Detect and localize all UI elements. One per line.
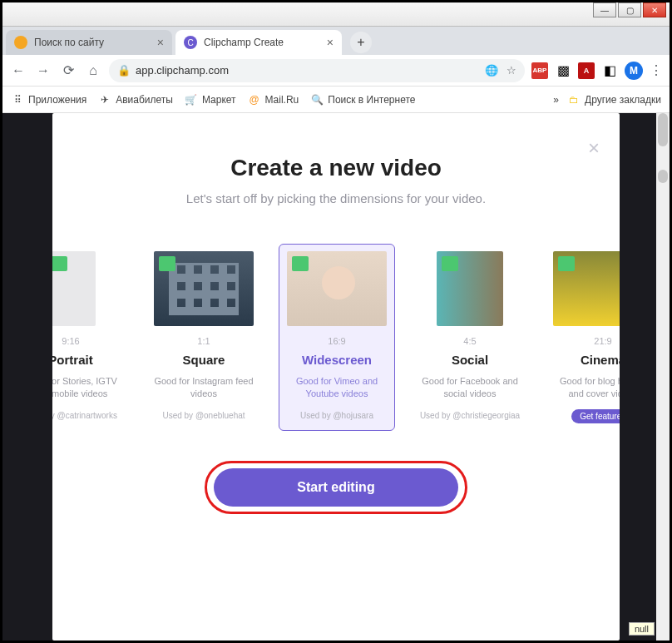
star-icon[interactable]: ☆ [506, 64, 516, 77]
card-description: Good for blog header and cover videos [552, 375, 620, 401]
bookmark-mail[interactable]: @Mail.Ru [248, 93, 299, 106]
dimension-carousel: 9:16 Portrait Good for Stories, IGTV and… [52, 244, 620, 431]
aspect-ratio: 4:5 [419, 336, 521, 346]
card-credit: Used by @hojusara [286, 411, 388, 420]
start-editing-button[interactable]: Start editing [214, 468, 457, 507]
close-window-button[interactable]: ✕ [643, 2, 666, 17]
card-thumbnail [287, 251, 387, 326]
bookmark-market[interactable]: 🛒Маркет [185, 93, 236, 106]
apps-icon: ⠿ [11, 93, 24, 106]
scrollbar-thumb[interactable] [658, 113, 668, 146]
lock-icon: 🔒 [117, 64, 131, 77]
modal-close-button[interactable]: × [588, 136, 600, 160]
cta-wrap: Start editing [52, 461, 620, 514]
maximize-button[interactable]: ▢ [618, 2, 641, 17]
bookmark-flights[interactable]: ✈Авиабилеты [98, 93, 173, 106]
card-thumbnail [154, 251, 254, 326]
minimize-button[interactable]: — [593, 2, 616, 17]
card-thumbnail [553, 251, 620, 326]
aspect-ratio: 1:1 [153, 336, 254, 346]
card-square[interactable]: 1:1 Square Good for Instagram feed video… [146, 244, 262, 431]
create-video-modal: × Create a new video Let's start off by … [52, 113, 620, 641]
aspect-ratio: 16:9 [286, 336, 388, 346]
template-badge-icon [52, 256, 67, 271]
tab-close-icon[interactable]: × [157, 36, 164, 49]
favicon-icon [14, 36, 27, 49]
card-credit: Used by @onebluehat [153, 411, 254, 420]
tab-clipchamp[interactable]: C Clipchamp Create × [175, 30, 342, 55]
card-description: Good for Instagram feed videos [153, 375, 254, 401]
address-bar[interactable]: 🔒 app.clipchamp.com 🌐 ☆ [109, 59, 525, 82]
tab-close-icon[interactable]: × [327, 36, 334, 49]
new-tab-button[interactable]: + [350, 32, 372, 53]
card-description: Good for Vimeo and Youtube videos [286, 375, 388, 401]
aspect-ratio: 9:16 [52, 336, 121, 346]
profile-avatar[interactable]: M [625, 62, 643, 80]
card-cinema[interactable]: 21:9 Cinema Good for blog header and cov… [545, 244, 620, 431]
bookmark-search[interactable]: 🔍Поиск в Интернете [310, 93, 415, 106]
page-content: × Create a new video Let's start off by … [2, 113, 670, 641]
plane-icon: ✈ [98, 93, 111, 106]
extension-icon[interactable]: ▩ [555, 62, 571, 79]
bookmark-apps[interactable]: ⠿Приложения [11, 93, 86, 106]
toolbar: ← → ⟳ ⌂ 🔒 app.clipchamp.com 🌐 ☆ ABP ▩ A … [2, 55, 670, 87]
get-featured-button[interactable]: Get featured [571, 409, 620, 423]
template-badge-icon [442, 256, 458, 271]
tab-strip: Поиск по сайту × C Clipchamp Create × + [2, 27, 670, 55]
pdf-extension-icon[interactable]: A [578, 62, 595, 79]
template-badge-icon [159, 256, 175, 271]
modal-title: Create a new video [52, 155, 620, 181]
cart-icon: 🛒 [185, 93, 198, 106]
at-icon: @ [248, 93, 261, 106]
card-description: Good for Stories, IGTV and mobile videos [52, 375, 121, 401]
forward-button[interactable]: → [34, 62, 52, 80]
card-title: Social [419, 353, 521, 367]
favicon-icon: C [184, 36, 197, 49]
translate-icon[interactable]: 🌐 [485, 64, 498, 77]
search-icon: 🔍 [310, 93, 324, 106]
card-thumbnail [437, 251, 503, 326]
browser-window: — ▢ ✕ Поиск по сайту × C Clipchamp Creat… [0, 0, 672, 643]
tab-title: Поиск по сайту [34, 37, 104, 48]
template-badge-icon [558, 256, 575, 271]
window-titlebar: — ▢ ✕ [2, 2, 670, 27]
url-text: app.clipchamp.com [136, 64, 229, 77]
template-badge-icon [292, 256, 309, 271]
card-credit: Used by @christiegeorgiaa [419, 411, 521, 420]
bookmarks-bar: ⠿Приложения ✈Авиабилеты 🛒Маркет @Mail.Ru… [2, 87, 670, 113]
folder-icon: 🗀 [567, 93, 581, 106]
card-title: Square [153, 353, 254, 367]
tab-title: Clipchamp Create [204, 37, 284, 48]
aspect-ratio: 21:9 [552, 336, 620, 346]
tab-search[interactable]: Поиск по сайту × [6, 30, 172, 55]
modal-subtitle: Let's start off by picking the dimension… [52, 191, 620, 205]
highlight-ring: Start editing [205, 461, 467, 514]
card-title: Widescreen [286, 353, 388, 367]
card-title: Portrait [52, 353, 121, 367]
home-button[interactable]: ⌂ [84, 62, 102, 80]
other-bookmarks[interactable]: 🗀Другие закладки [567, 93, 661, 106]
tooltip-null: null [629, 622, 655, 636]
card-credit: Used by @catrinartworks [52, 411, 121, 420]
extension-icon[interactable]: ◧ [601, 62, 618, 79]
bookmarks-overflow[interactable]: » [553, 94, 559, 106]
card-social[interactable]: 4:5 Social Good for Facebook and social … [412, 244, 528, 431]
abp-extension-icon[interactable]: ABP [531, 62, 548, 79]
reload-button[interactable]: ⟳ [59, 62, 77, 80]
card-widescreen[interactable]: 16:9 Widescreen Good for Vimeo and Youtu… [279, 244, 395, 431]
card-title: Cinema [552, 353, 620, 367]
card-description: Good for Facebook and social videos [419, 375, 521, 401]
scrollbar-thumb[interactable] [658, 170, 668, 183]
card-portrait[interactable]: 9:16 Portrait Good for Stories, IGTV and… [52, 244, 129, 431]
scrollbar[interactable] [656, 113, 670, 641]
browser-menu-button[interactable]: ⋮ [650, 62, 663, 78]
back-button[interactable]: ← [9, 62, 27, 80]
card-thumbnail [52, 251, 96, 326]
